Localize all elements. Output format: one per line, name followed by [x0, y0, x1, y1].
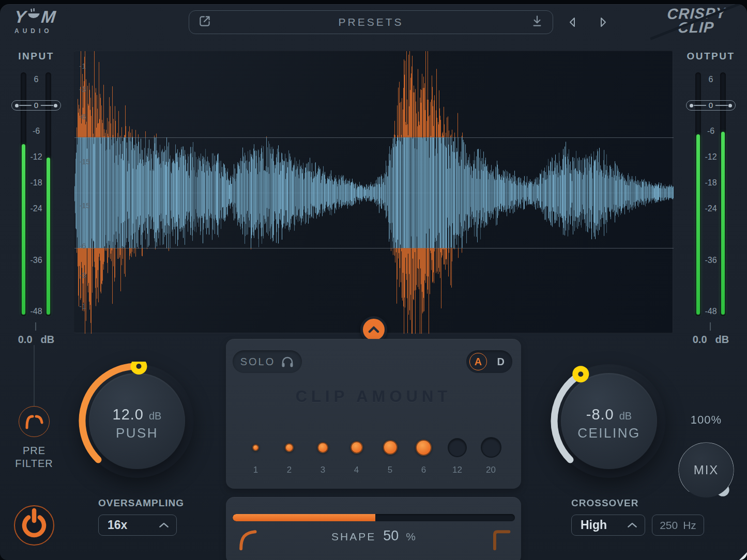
save-preset-icon[interactable]	[530, 14, 544, 30]
push-value: 12.0	[113, 406, 144, 423]
shape-unit: %	[406, 531, 416, 543]
ceiling-value: -8.0	[586, 406, 614, 423]
clip-step-dot[interactable]	[252, 444, 259, 451]
ceiling-unit: dB	[619, 410, 632, 422]
clip-step-label: 1	[253, 465, 258, 475]
shape-label: SHAPE	[331, 531, 376, 543]
input-tick: -36	[11, 255, 61, 266]
output-meter-title: OUTPUT	[686, 51, 736, 62]
next-preset-button[interactable]	[594, 14, 612, 30]
chevron-up-icon	[159, 522, 169, 528]
ceiling-knob[interactable]: -8.0 dB CEILING	[550, 362, 668, 480]
output-tick: 6	[686, 74, 736, 85]
crossover-mode-dropdown[interactable]: High	[571, 515, 645, 536]
input-meter-title: INPUT	[11, 51, 61, 62]
presets-bar[interactable]: PRESETS	[189, 10, 553, 34]
prefilter-connector-line	[34, 345, 35, 406]
input-gain-value: 0	[32, 101, 41, 110]
presets-label: PRESETS	[338, 16, 403, 28]
pre-filter-button[interactable]	[19, 406, 50, 437]
crossover-frequency-unit: Hz	[683, 519, 696, 532]
clip-step[interactable]: 6	[407, 434, 440, 475]
ab-option-d[interactable]: D	[497, 350, 505, 373]
pre-filter-label-line2: FILTER	[3, 457, 65, 470]
slider-dot-right	[54, 104, 57, 107]
input-tick: 6	[11, 74, 61, 85]
shape-value: 50	[383, 528, 399, 544]
clip-step-label: 12	[452, 465, 462, 475]
hard-clip-icon[interactable]	[489, 526, 511, 554]
wave-scale-label: -6	[79, 112, 86, 121]
clip-step[interactable]: 5	[373, 434, 407, 475]
input-gain-slider[interactable]: 0	[11, 100, 61, 111]
plugin-window: Y M AUDIO PRESETS	[0, 4, 747, 560]
clip-step-dot[interactable]	[350, 441, 363, 454]
clip-step[interactable]: 3	[306, 434, 340, 475]
plugin-screenshot: Y M AUDIO PRESETS	[0, 0, 747, 560]
waveform-display: -1 -3 -6 -15 -15 -6 -3 -1	[74, 51, 673, 333]
mix-label: MIX	[676, 440, 736, 500]
input-meter: INPUT 6 -6 -12 -18 -24 -36 -48 0 0.0 dB	[11, 51, 62, 350]
brand-letter-y: Y	[13, 9, 26, 25]
clip-step-dot[interactable]	[448, 438, 467, 457]
clip-step[interactable]: 12	[440, 434, 474, 475]
clip-step[interactable]: 1	[239, 434, 272, 475]
ab-compare-toggle[interactable]: A D	[466, 350, 512, 373]
export-preset-icon[interactable]	[197, 14, 212, 30]
clip-step-dot[interactable]	[481, 437, 501, 458]
crossover-frequency-value: 250	[660, 519, 678, 532]
crossover-frequency-field[interactable]: 250 Hz	[652, 515, 704, 536]
output-tick: -48	[686, 306, 736, 317]
wave-scale-label: -6	[79, 241, 86, 251]
output-gain-slider[interactable]: 0	[686, 100, 736, 111]
shape-slider-fill	[233, 514, 375, 521]
wave-scale-label: -15	[79, 201, 90, 210]
input-gain-readout: 0.0	[18, 334, 33, 346]
clip-step-dot[interactable]	[383, 440, 398, 455]
output-gain-value: 0	[706, 101, 715, 110]
clip-amount-title: CLIP AMOUNT	[226, 387, 521, 406]
power-button[interactable]	[13, 505, 55, 546]
clip-step-label: 2	[287, 465, 292, 475]
slider-dot-left	[690, 104, 693, 107]
push-label: PUSH	[116, 425, 158, 441]
clip-step[interactable]: 4	[340, 434, 373, 475]
input-tick: -12	[11, 152, 61, 162]
wave-scale-label: -3	[79, 85, 86, 94]
oversampling-label: OVERSAMPLING	[98, 497, 184, 509]
output-tick: -24	[686, 204, 736, 214]
output-tick: -36	[686, 255, 736, 266]
input-level-left	[22, 144, 25, 315]
wave-scale-label: -15	[79, 157, 90, 166]
clip-step-dot[interactable]	[317, 442, 328, 453]
window-resize-handle[interactable]	[739, 552, 747, 560]
brand-logo: Y M AUDIO	[14, 8, 77, 35]
clip-step-dot[interactable]	[285, 443, 294, 452]
clip-step-dot[interactable]	[416, 440, 432, 456]
previous-preset-button[interactable]	[563, 14, 581, 30]
chevron-up-icon	[627, 522, 637, 528]
waveform-canvas	[74, 51, 674, 334]
solo-label: SOLO	[240, 356, 276, 368]
shape-panel: SHAPE 50 %	[226, 497, 521, 560]
input-tick: -24	[11, 204, 61, 214]
shape-slider[interactable]	[233, 514, 515, 521]
solo-button[interactable]: SOLO	[233, 350, 302, 373]
clip-step-label: 4	[354, 465, 359, 475]
push-unit: dB	[149, 410, 161, 422]
chevron-up-icon	[368, 326, 380, 333]
oversampling-dropdown[interactable]: 16x	[98, 515, 177, 536]
clip-step[interactable]: 2	[272, 434, 306, 475]
wave-scale-label: -1	[79, 61, 86, 71]
push-knob[interactable]: 12.0 dB PUSH	[78, 362, 196, 480]
clip-step-label: 6	[421, 465, 426, 475]
ab-option-a[interactable]: A	[469, 353, 487, 370]
slider-dot-right	[728, 104, 732, 107]
ceiling-label: CEILING	[577, 425, 641, 441]
clip-step[interactable]: 20	[474, 434, 508, 475]
meter-bottom-tick	[35, 322, 36, 331]
output-meter: OUTPUT 6 -6 -12 -18 -24 -36 -48 0 0.0 dB	[686, 51, 737, 350]
clip-amount-panel: SOLO A D CLIP AMOUNT 1 2 3 4 5 6 12 20	[226, 339, 521, 489]
brand-sub-label: AUDIO	[14, 27, 77, 35]
mix-knob[interactable]: MIX	[676, 440, 736, 500]
